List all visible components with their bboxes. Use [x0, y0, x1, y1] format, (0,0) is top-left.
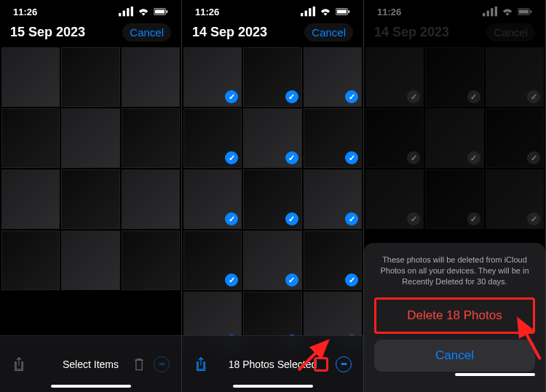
trash-icon[interactable] — [314, 357, 328, 372]
check-icon — [285, 212, 298, 225]
screen-delete-confirm: 11:26 14 Sep 2023 Cancel These photos wi… — [364, 0, 546, 392]
bottom-bar: 18 Photos Selected ••• — [182, 335, 363, 392]
photo-thumbnail[interactable] — [122, 108, 180, 168]
cancel-button[interactable]: Cancel — [122, 23, 171, 41]
photo-thumbnail-selected[interactable] — [183, 231, 242, 290]
home-indicator[interactable] — [51, 385, 131, 388]
photo-thumbnail[interactable] — [122, 47, 180, 107]
screen-photos-selected: 11:26 14 Sep 2023 Cancel 18 Pho — [182, 0, 364, 392]
check-icon — [225, 212, 238, 225]
check-icon — [285, 90, 298, 103]
status-time: 11:26 — [13, 7, 37, 17]
check-icon — [285, 151, 298, 164]
share-icon[interactable] — [194, 357, 208, 372]
header: 14 Sep 2023 Cancel — [182, 20, 363, 47]
select-items-label: Select Items — [63, 359, 119, 370]
home-indicator[interactable] — [455, 373, 535, 376]
wifi-icon — [318, 4, 333, 19]
svg-rect-6 — [167, 10, 168, 12]
photo-thumbnail[interactable] — [61, 47, 119, 107]
header: 15 Sep 2023 Cancel — [0, 20, 181, 47]
check-icon — [285, 273, 298, 287]
check-icon — [345, 90, 358, 103]
trash-icon[interactable] — [132, 357, 146, 372]
svg-rect-1 — [123, 11, 125, 17]
photo-thumbnail[interactable] — [1, 169, 60, 229]
svg-rect-13 — [349, 10, 350, 12]
wifi-icon — [136, 4, 151, 19]
photo-thumbnail[interactable] — [122, 231, 180, 290]
svg-rect-9 — [309, 9, 311, 17]
photo-thumbnail-selected[interactable] — [304, 108, 362, 168]
photo-thumbnail-selected[interactable] — [304, 231, 362, 290]
signal-icon — [119, 4, 133, 19]
date-title: 15 Sep 2023 — [10, 25, 85, 40]
svg-rect-10 — [313, 7, 315, 16]
photo-grid[interactable] — [0, 47, 181, 290]
svg-rect-3 — [131, 7, 133, 16]
photo-thumbnail-selected[interactable] — [183, 47, 242, 107]
photo-thumbnail-selected[interactable] — [243, 231, 301, 290]
check-icon — [345, 151, 358, 164]
photo-thumbnail[interactable] — [1, 108, 60, 168]
sheet-description: These photos will be deleted from iCloud… — [374, 255, 535, 287]
more-icon[interactable]: ••• — [336, 356, 352, 372]
photo-thumbnail[interactable] — [122, 169, 180, 229]
delete-photos-button[interactable]: Delete 18 Photos — [374, 297, 535, 334]
svg-rect-12 — [337, 10, 347, 14]
photo-thumbnail[interactable] — [61, 169, 119, 229]
photo-thumbnail[interactable] — [1, 47, 60, 107]
svg-rect-5 — [155, 10, 165, 14]
bottom-bar: Select Items ••• — [0, 335, 181, 392]
photo-thumbnail-selected[interactable] — [243, 47, 301, 107]
battery-icon — [336, 4, 350, 19]
photo-thumbnail[interactable] — [61, 231, 119, 290]
status-bar: 11:26 — [0, 0, 181, 20]
photo-thumbnail-selected[interactable] — [183, 108, 242, 168]
signal-icon — [301, 4, 315, 19]
svg-rect-0 — [119, 13, 121, 16]
photo-thumbnail-selected[interactable] — [304, 169, 362, 229]
check-icon — [225, 151, 238, 164]
sheet-cancel-button[interactable]: Cancel — [374, 340, 535, 372]
action-sheet: These photos will be deleted from iCloud… — [364, 243, 545, 392]
more-icon[interactable]: ••• — [154, 356, 170, 372]
photo-thumbnail-selected[interactable] — [243, 169, 301, 229]
home-indicator[interactable] — [233, 385, 313, 388]
svg-rect-2 — [127, 9, 129, 17]
svg-rect-7 — [301, 13, 303, 16]
date-title: 14 Sep 2023 — [192, 25, 267, 40]
photo-thumbnail-selected[interactable] — [243, 108, 301, 168]
check-icon — [345, 273, 358, 287]
check-icon — [345, 212, 358, 225]
selected-count-label: 18 Photos Selected — [229, 359, 317, 370]
svg-rect-8 — [305, 11, 307, 17]
photo-thumbnail[interactable] — [1, 231, 60, 290]
photo-thumbnail[interactable] — [61, 108, 119, 168]
check-icon — [225, 90, 238, 103]
photo-thumbnail-selected[interactable] — [304, 47, 362, 107]
status-bar: 11:26 — [182, 0, 363, 20]
status-time: 11:26 — [195, 7, 219, 17]
check-icon — [225, 273, 238, 287]
screen-select-items: 11:26 15 Sep 2023 Cancel Select Items — [0, 0, 182, 392]
share-icon[interactable] — [12, 357, 26, 372]
photo-grid[interactable] — [182, 47, 363, 351]
battery-icon — [154, 4, 168, 19]
photo-thumbnail-selected[interactable] — [183, 169, 242, 229]
cancel-button[interactable]: Cancel — [304, 23, 353, 41]
